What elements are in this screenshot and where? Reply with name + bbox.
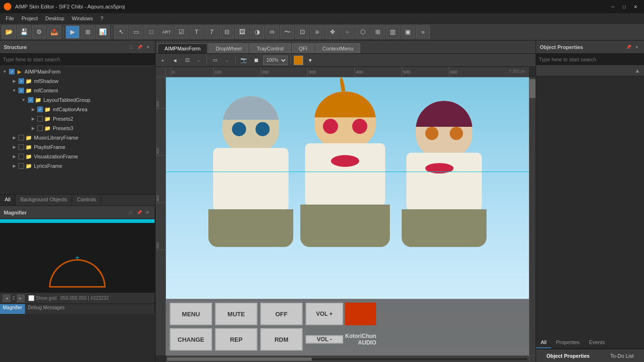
tree-checkbox-caption[interactable]: ✓ <box>37 107 43 112</box>
show-grid-checkbox[interactable] <box>28 295 34 301</box>
toolbar-move-button[interactable]: ✥ <box>325 25 339 39</box>
mag-tab-debug[interactable]: Debug Messages <box>25 304 67 314</box>
magnifier-close-button[interactable]: ✕ <box>144 209 151 216</box>
vol-plus-button[interactable]: VOL + <box>305 303 343 325</box>
show-grid-label[interactable]: Show grid <box>28 295 57 301</box>
tree-checkbox-lyrics[interactable] <box>18 163 24 169</box>
menu-project[interactable]: Project <box>18 15 41 22</box>
toolbar-text-button[interactable]: T <box>190 25 204 39</box>
toolbar-chart-button[interactable]: 📊 <box>96 25 110 39</box>
toolbar-grid-button[interactable]: ⊞ <box>81 25 95 39</box>
toolbar-save-button[interactable]: 💾 <box>17 25 31 39</box>
structure-search-input[interactable] <box>0 54 155 65</box>
canvas-tab-traycontrol[interactable]: TrayControl <box>249 43 290 53</box>
toolbar-anchor-button[interactable]: ⊹ <box>340 25 355 39</box>
toolbar-slider-button[interactable]: ⊡ <box>295 25 309 39</box>
tree-expand-playlist[interactable]: ▶ <box>11 144 17 150</box>
toolbar-square-button[interactable]: □ <box>144 25 158 39</box>
tree-expand-layout[interactable]: ▼ <box>21 97 26 103</box>
toolbar-more-button[interactable]: » <box>416 25 430 39</box>
toolbar-misc4-button[interactable]: ▣ <box>401 25 415 39</box>
menu-file[interactable]: File <box>2 15 18 22</box>
tree-item-mfshadow[interactable]: ▶ ✓ 📁 mfShadow <box>0 76 155 86</box>
mag-tab-magnifier[interactable]: Magnifier <box>0 304 25 314</box>
menu-button[interactable]: MENU <box>170 303 212 325</box>
canvas-tab-contextmenu[interactable]: ContextMenu <box>315 43 360 53</box>
tree-checkbox-visualization[interactable] <box>18 154 24 159</box>
structure-pin-button[interactable]: 📌 <box>136 44 143 50</box>
canvas-minus2-button[interactable]: - <box>222 55 232 66</box>
struct-tab-bg[interactable]: Background Objects <box>16 195 72 206</box>
tree-item-aimp[interactable]: ▼ ✓ ▶ AIMPMainForm <box>0 67 155 76</box>
menu-windows[interactable]: Windows <box>68 15 97 22</box>
close-button[interactable]: ✕ <box>631 2 640 11</box>
props-tab-all[interactable]: All <box>536 337 551 348</box>
toolbar-art-button[interactable]: ART <box>159 25 173 39</box>
toolbar-misc2-button[interactable]: ⊞ <box>371 25 385 39</box>
structure-close-button[interactable]: ✕ <box>145 44 151 50</box>
toolbar-grid2-button[interactable]: ⊟ <box>220 25 234 39</box>
rdm-button[interactable]: RDM <box>260 328 303 351</box>
tree-expand-musiclib[interactable]: ▶ <box>11 135 17 140</box>
props-close-button[interactable]: ✕ <box>634 44 640 50</box>
toolbar-italic-button[interactable]: T <box>205 25 219 39</box>
canvas-color-arrow[interactable]: ▼ <box>305 55 315 66</box>
props-search-input[interactable] <box>536 54 644 65</box>
toolbar-contrast-button[interactable]: ◑ <box>250 25 264 39</box>
toolbar-settings-button[interactable]: ⚙ <box>32 25 46 39</box>
magnifier-restore-button[interactable]: □ <box>127 209 134 216</box>
canvas-minus-button[interactable]: - <box>193 55 204 66</box>
tree-checkbox-musiclib[interactable] <box>18 135 24 140</box>
menu-help[interactable]: ? <box>97 15 107 22</box>
tree-expand-aimp[interactable]: ▼ <box>2 69 8 74</box>
tree-item-musiclib[interactable]: ▶ 📁 MusicLibraryFrame <box>0 133 155 142</box>
canvas-tab-qfi[interactable]: QFI <box>292 43 314 53</box>
tree-checkbox-playlist[interactable] <box>18 144 24 150</box>
off-button[interactable]: OFF <box>260 303 303 325</box>
tree-item-presets2[interactable]: ▶ 📁 Presets2 <box>0 114 155 123</box>
tree-expand-presets3[interactable]: ▶ <box>30 125 36 131</box>
tree-checkbox-presets2[interactable] <box>37 116 43 122</box>
vscrollbar[interactable] <box>529 77 536 355</box>
tree-item-playlist[interactable]: ▶ 📁 PlaylistFrame <box>0 142 155 152</box>
tree-expand-mfshadow[interactable]: ▶ <box>11 78 17 84</box>
tree-expand-presets2[interactable]: ▶ <box>30 116 36 122</box>
canvas-tab-dropwheel[interactable]: DropWheel <box>208 43 248 53</box>
hscrollbar[interactable] <box>166 355 529 362</box>
menu-desktop[interactable]: Desktop <box>41 15 68 22</box>
toolbar-play-button[interactable]: ▶ <box>66 25 80 39</box>
magnifier-prev-button[interactable]: ◄ <box>3 295 10 302</box>
toolbar-export-button[interactable]: 📤 <box>47 25 61 39</box>
maximize-button[interactable]: □ <box>619 2 629 11</box>
tree-checkbox-presets3[interactable] <box>37 125 43 131</box>
toolbar-image-button[interactable]: 🖼 <box>235 25 249 39</box>
toolbar-num-button[interactable]: 09 <box>265 25 279 39</box>
canvas-left-button[interactable]: ◄ <box>170 55 180 66</box>
minimize-button[interactable]: ─ <box>608 2 618 11</box>
props-tab-events[interactable]: Events <box>584 337 610 348</box>
tree-item-visualization[interactable]: ▶ 📁 VisualizationFrame <box>0 152 155 161</box>
magnifier-pin-button[interactable]: 📌 <box>136 209 142 216</box>
tree-checkbox-layout[interactable]: ✓ <box>28 97 33 103</box>
struct-tab-all[interactable]: All <box>0 195 16 206</box>
tree-item-lyrics[interactable]: ▶ 📁 LyricsFrame <box>0 161 155 171</box>
hscroll-track[interactable] <box>167 357 528 361</box>
canvas-color-swatch[interactable] <box>294 56 303 65</box>
tree-checkbox-aimp[interactable]: ✓ <box>9 69 15 74</box>
toolbar-multi-button[interactable]: ⊞ <box>310 25 324 39</box>
props-footer-todolist[interactable]: To-Do List <box>607 352 638 360</box>
tree-item-layout[interactable]: ▼ ✓ 📁 LayoutTabbedGroup <box>0 95 155 105</box>
tree-checkbox-mfcontent[interactable]: ✓ <box>18 88 24 93</box>
toolbar-misc1-button[interactable]: ⬡ <box>355 25 370 39</box>
tree-expand-lyrics[interactable]: ▶ <box>11 163 17 169</box>
toolbar-rect-button[interactable]: ▭ <box>129 25 143 39</box>
toolbar-select-button[interactable]: ↖ <box>114 25 128 39</box>
toolbar-misc3-button[interactable]: ▥ <box>386 25 400 39</box>
magnifier-next-button[interactable]: ► <box>17 295 25 302</box>
toolbar-wave-button[interactable]: 〜 <box>280 25 294 39</box>
props-tab-properties[interactable]: Properties <box>551 337 584 348</box>
structure-restore-button[interactable]: □ <box>128 44 134 50</box>
tree-expand-visualization[interactable]: ▶ <box>11 154 17 159</box>
tree-item-caption[interactable]: ▶ ✓ 📁 mfCaptionArea <box>0 105 155 114</box>
tree-item-mfcontent[interactable]: ▼ ✓ 📁 mfContent <box>0 86 155 95</box>
